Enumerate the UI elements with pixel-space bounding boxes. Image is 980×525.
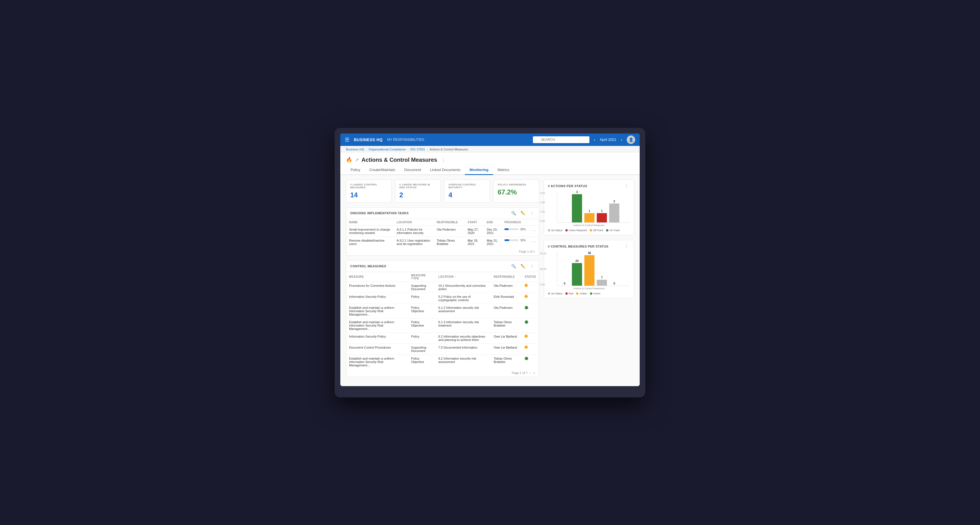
next-date-arrow[interactable]: › <box>621 138 622 142</box>
ongoing-more-btn[interactable]: ⋮ <box>529 210 535 216</box>
tab-linked-documents[interactable]: Linked Documents <box>426 165 465 175</box>
legend-dot-amber <box>590 229 592 232</box>
cm-legend-green: Green <box>590 292 600 295</box>
ongoing-edit-btn[interactable]: ✏️ <box>519 210 527 216</box>
cm-bar-extra: 0 <box>609 282 619 285</box>
legend-action-required: Action Required <box>565 229 587 232</box>
bars-container-cm: 0 24 36 <box>557 252 630 286</box>
stat-value-red: 2 <box>399 191 437 199</box>
page-icon: 🔥 <box>346 157 352 163</box>
prev-date-arrow[interactable]: ‹ <box>594 138 595 142</box>
cm-legend-dot-green <box>590 292 592 295</box>
actions-chart-more-btn[interactable]: ⋮ <box>624 183 630 189</box>
cm-status-1 <box>522 282 539 293</box>
cm-type-6: Supporting Document <box>408 344 436 355</box>
cm-responsible-3: Ola Pedersen <box>491 304 522 318</box>
current-date: April 2021 <box>600 138 617 142</box>
col-location: LOCATION <box>394 219 434 226</box>
left-panel: # LINKED CONTROL MEASURES 14 # LINKED ME… <box>346 179 539 382</box>
cm-location-3: 6.1.2 Information security risk assessme… <box>436 304 491 318</box>
task-end-2: May 31, 2021 <box>484 236 501 247</box>
cm-pagination-last[interactable]: » <box>533 371 535 374</box>
cm-pagination-next[interactable]: › <box>530 371 531 374</box>
tab-monitoring[interactable]: Monitoring <box>465 165 493 175</box>
task-progress-2: 35% <box>501 236 529 247</box>
cm-type-4: Policy Objective <box>408 318 436 333</box>
cm-bar-amber: 36 <box>584 252 595 285</box>
cm-col-status: STATUS <box>522 272 539 282</box>
tab-policy[interactable]: Policy <box>346 165 365 175</box>
breadcrumb-home[interactable]: Business HQ <box>346 148 364 151</box>
breadcrumb-sep-1: › <box>366 148 367 151</box>
cm-pagination: Page 1 of 7 › » <box>346 369 539 377</box>
table-row: Procedures for Corrective Actions Suppor… <box>346 282 539 293</box>
table-row: Establish and maintain a uniform informa… <box>346 304 539 318</box>
ongoing-pagination: Page 1 of 1 <box>346 247 539 255</box>
bar-no-status <box>560 222 570 222</box>
legend-label-no-status: No Status <box>551 229 563 232</box>
cm-measure-1: Procedures for Corrective Actions <box>346 282 408 293</box>
tab-document[interactable]: Document <box>399 165 425 175</box>
cm-more-btn[interactable]: ⋮ <box>529 263 535 269</box>
cm-type-2: Policy <box>408 293 436 304</box>
cm-per-status-chart: # CONTROL MEASURES PER STATUS ⋮ 40.00 20… <box>544 240 634 299</box>
user-avatar[interactable]: 👤 <box>627 135 635 144</box>
stat-card-linked-measures: # LINKED CONTROL MEASURES 14 <box>346 179 392 203</box>
cm-col-measure: MEASURE <box>346 272 408 282</box>
breadcrumb-iso[interactable]: ISO 27001 <box>410 148 425 151</box>
page-title: Actions & Control Measures <box>361 157 437 163</box>
col-actions <box>529 219 539 226</box>
tab-create-maintain[interactable]: Create/Maintain <box>365 165 400 175</box>
cm-responsible-5: Owe Lie Bjelland <box>491 333 522 344</box>
cm-search-btn[interactable]: 🔍 <box>510 263 517 269</box>
brand-label[interactable]: BUSINESS HQ <box>354 138 383 142</box>
actions-chart-wrap: 3.00 2.00 1.00 0.00 <box>548 192 630 223</box>
legend-no-status: No Status <box>548 229 563 232</box>
col-end: END <box>484 219 501 226</box>
bar-gray-2: 2 <box>609 200 619 222</box>
stat-card-maturity: AVERAGE CONTROL MATURITY 4 <box>444 179 490 203</box>
cm-type-3: Policy Objective <box>408 304 436 318</box>
ongoing-tasks-actions: 🔍 ✏️ ⋮ <box>510 210 535 216</box>
legend-dot-green <box>606 229 608 232</box>
cm-bar-green: 7 <box>597 276 607 285</box>
task-row-actions-2[interactable]: ⋯ <box>529 236 539 247</box>
ongoing-search-btn[interactable]: 🔍 <box>510 210 517 216</box>
page-menu-icon[interactable]: ⋮ <box>441 157 445 163</box>
my-responsibilities-link[interactable]: MY RESPONSIBILITIES <box>387 138 424 142</box>
cm-edit-btn[interactable]: ✏️ <box>519 263 527 269</box>
cm-type-5: Policy <box>408 333 436 344</box>
hamburger-icon[interactable]: ☰ <box>345 136 349 143</box>
task-row-actions-1[interactable]: ⋯ <box>529 225 539 236</box>
control-measures-table: MEASURE MEASURE TYPE LOCATION ↑ RESPONSI… <box>346 272 539 369</box>
cm-location-6: 7.5 Documented information <box>436 344 491 355</box>
y-labels-actions: 3.00 2.00 1.00 0.00 <box>540 192 545 223</box>
search-input[interactable] <box>533 136 589 143</box>
legend-label-off-track: Off Track <box>593 229 603 232</box>
col-name: NAME <box>346 219 394 226</box>
task-location-1: A.5.1.1 Policies for information securit… <box>394 225 434 236</box>
cm-measure-7: Establish and maintain a uniform informa… <box>346 355 408 369</box>
cm-chart-more-btn[interactable]: ⋮ <box>624 244 630 249</box>
legend-dot-gray <box>548 229 550 232</box>
breadcrumb-sep-2: › <box>407 148 409 151</box>
bar-on-track-red: 1 <box>597 209 607 222</box>
breadcrumb-org[interactable]: Organizational Compliance <box>369 148 406 151</box>
task-end-1: Dec 23, 2021 <box>484 225 501 236</box>
breadcrumb: Business HQ › Organizational Compliance … <box>340 146 640 153</box>
top-navigation: ☰ BUSINESS HQ MY RESPONSIBILITIES 🔍 ‹ Ap… <box>340 133 640 146</box>
col-progress: PROGRESS <box>501 219 529 226</box>
cm-measure-6: Document Control Procedures <box>346 344 408 355</box>
legend-label-action-required: Action Required <box>569 229 587 232</box>
breadcrumb-current: Actions & Control Measures <box>430 148 468 151</box>
col-responsible: RESPONSIBLE <box>434 219 465 226</box>
table-row: Information Security Policy Policy 5.2 P… <box>346 293 539 304</box>
tab-metrics[interactable]: Metrics <box>493 165 514 175</box>
table-row: Remove disabled/inactive users A.9.2.1 U… <box>346 236 539 247</box>
control-measures-title: CONTROL MEASURES <box>350 265 510 268</box>
table-row: Information Security Policy Policy 6.2 I… <box>346 333 539 344</box>
y-labels-cm: 40.00 20.00 0.00 <box>540 252 546 286</box>
task-name-1: Small improvement to change monitoring n… <box>346 225 394 236</box>
ongoing-pagination-label: Page 1 of 1 <box>519 250 535 253</box>
cm-measure-5: Information Security Policy <box>346 333 408 344</box>
